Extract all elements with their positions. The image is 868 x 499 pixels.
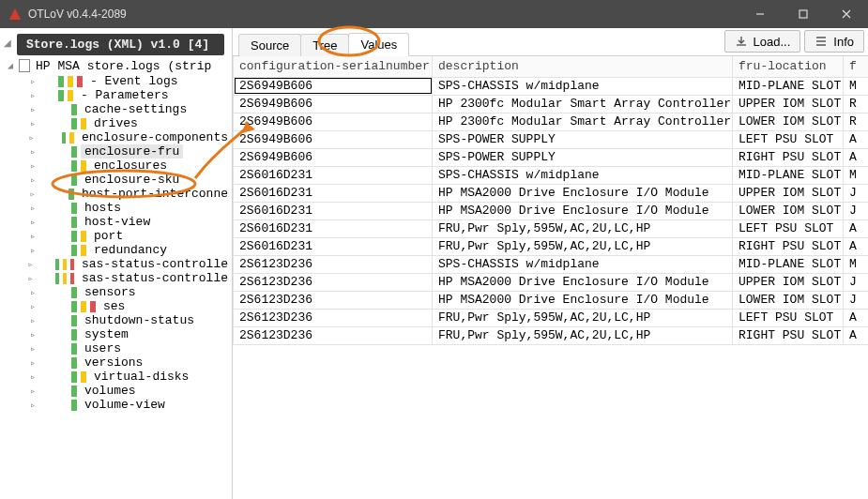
table-cell[interactable]: HP MSA2000 Drive Enclosure I/O Module <box>433 202 733 219</box>
tree-item[interactable]: ▹enclosure-fru <box>6 144 232 159</box>
table-row[interactable]: 2S6123D236SPS-CHASSIS w/midplaneMID-PLAN… <box>234 255 869 273</box>
table-cell[interactable]: R <box>844 113 869 130</box>
expand-icon[interactable]: ▹ <box>26 400 39 411</box>
table-cell[interactable]: A <box>844 309 869 326</box>
table-cell[interactable]: LOWER IOM SLOT <box>733 202 844 219</box>
expand-icon[interactable]: ▹ <box>26 245 39 256</box>
expand-icon[interactable]: ▹ <box>26 90 39 101</box>
table-wrap[interactable]: configuration-serialnumberdescriptionfru… <box>233 56 868 499</box>
table-row[interactable]: 2S6123D236HP MSA2000 Drive Enclosure I/O… <box>234 273 869 291</box>
tree-item[interactable]: ▹volumes <box>6 384 232 398</box>
close-button[interactable] <box>825 0 868 28</box>
tree-item[interactable]: ▹system <box>6 327 232 341</box>
expand-icon[interactable]: ▹ <box>26 76 39 87</box>
tree-item[interactable]: ▹sas-status-controlle <box>6 257 232 271</box>
table-cell[interactable]: 2S6016D231 <box>234 202 433 219</box>
tree-item[interactable]: ▹redundancy <box>6 243 232 257</box>
table-cell[interactable]: 2S6016D231 <box>234 219 433 237</box>
table-cell[interactable]: SPS-CHASSIS w/midplane <box>433 255 733 273</box>
tab-source[interactable]: Source <box>238 34 301 56</box>
table-cell[interactable]: RIGHT PSU SLOT <box>733 148 844 166</box>
table-cell[interactable]: RIGHT PSU SLOT <box>733 237 844 255</box>
tree-item[interactable]: ▹host-port-interconne <box>6 187 232 201</box>
table-cell[interactable]: 2S6123D236 <box>234 291 433 309</box>
table-cell[interactable]: MID-PLANE SLOT <box>733 255 844 273</box>
info-button[interactable]: Info <box>804 30 864 53</box>
table-cell[interactable]: HP 2300fc Modular Smart Array Controller <box>433 95 733 113</box>
tree-item[interactable]: ▹cache-settings <box>6 102 232 116</box>
table-cell[interactable]: SPS-POWER SUPPLY <box>433 130 733 148</box>
table-row[interactable]: 2S6949B606SPS-POWER SUPPLYRIGHT PSU SLOT… <box>234 148 869 166</box>
expand-icon[interactable]: ▹ <box>26 146 39 158</box>
table-cell[interactable]: 2S6949B606 <box>234 77 433 95</box>
expand-icon[interactable]: ▹ <box>26 357 39 369</box>
table-cell[interactable]: HP MSA2000 Drive Enclosure I/O Module <box>433 184 733 202</box>
tree-item[interactable]: ▹versions <box>6 355 232 370</box>
tree-item[interactable]: ▹host-view <box>6 215 232 229</box>
expand-icon[interactable]: ▹ <box>26 132 37 144</box>
table-cell[interactable]: 2S6123D236 <box>234 273 433 291</box>
table-cell[interactable]: UPPER IOM SLOT <box>733 184 844 202</box>
table-cell[interactable]: SPS-POWER SUPPLY <box>433 148 733 166</box>
table-cell[interactable]: HP MSA2000 Drive Enclosure I/O Module <box>433 291 733 309</box>
tree-item[interactable]: ▹ses <box>6 299 232 313</box>
expand-icon[interactable]: ▹ <box>26 386 39 397</box>
table-row[interactable]: 2S6123D236HP MSA2000 Drive Enclosure I/O… <box>234 291 869 309</box>
expand-icon[interactable]: ▹ <box>26 329 39 340</box>
table-row[interactable]: 2S6949B606HP 2300fc Modular Smart Array … <box>234 95 869 113</box>
table-cell[interactable]: 2S6016D231 <box>234 166 433 184</box>
table-cell[interactable]: 2S6123D236 <box>234 326 433 344</box>
expand-icon[interactable]: ▹ <box>26 301 39 312</box>
table-cell[interactable]: A <box>844 237 869 255</box>
tree-item[interactable]: ▹enclosure-components <box>6 130 232 144</box>
table-row[interactable]: 2S6016D231HP MSA2000 Drive Enclosure I/O… <box>234 184 869 202</box>
expand-icon[interactable]: ▹ <box>26 217 39 228</box>
table-cell[interactable]: FRU,Pwr Sply,595W,AC,2U,LC,HP <box>433 326 733 344</box>
table-cell[interactable]: LEFT PSU SLOT <box>733 219 844 237</box>
table-cell[interactable]: 2S6949B606 <box>234 113 433 130</box>
tree-item[interactable]: ▹sensors <box>6 285 232 299</box>
tree-item[interactable]: ▹sas-status-controlle <box>6 271 232 285</box>
table-row[interactable]: 2S6123D236FRU,Pwr Sply,595W,AC,2U,LC,HPR… <box>234 326 869 344</box>
tree-item[interactable]: ▹users <box>6 341 232 355</box>
table-cell[interactable]: J <box>844 273 869 291</box>
table-cell[interactable]: A <box>844 219 869 237</box>
tree-item[interactable]: ▹hosts <box>6 201 232 215</box>
expand-icon[interactable]: ▹ <box>26 203 39 214</box>
tab-values[interactable]: Values <box>348 33 409 56</box>
table-cell[interactable]: A <box>844 148 869 166</box>
table-cell[interactable]: R <box>844 95 869 113</box>
values-table[interactable]: configuration-serialnumberdescriptionfru… <box>233 56 868 345</box>
tree-item[interactable]: ▹- Parameters <box>6 88 232 102</box>
table-cell[interactable]: 2S6016D231 <box>234 184 433 202</box>
table-cell[interactable]: J <box>844 291 869 309</box>
table-cell[interactable]: HP MSA2000 Drive Enclosure I/O Module <box>433 273 733 291</box>
table-cell[interactable]: MID-PLANE SLOT <box>733 77 844 95</box>
table-row[interactable]: 2S6949B606SPS-POWER SUPPLYLEFT PSU SLOTA <box>234 130 869 148</box>
table-cell[interactable]: 2S6123D236 <box>234 255 433 273</box>
table-cell[interactable]: FRU,Pwr Sply,595W,AC,2U,LC,HP <box>433 237 733 255</box>
expand-icon[interactable]: ▹ <box>26 174 39 186</box>
tree-header[interactable]: Store.logs (XML) v1.0 [4] <box>17 34 224 55</box>
table-row[interactable]: 2S6016D231FRU,Pwr Sply,595W,AC,2U,LC,HPL… <box>234 219 869 237</box>
maximize-button[interactable] <box>782 0 825 28</box>
table-row[interactable]: 2S6949B606HP 2300fc Modular Smart Array … <box>234 113 869 130</box>
tree-item[interactable]: ▹volume-view <box>6 398 232 412</box>
column-header[interactable]: description <box>433 56 733 77</box>
table-cell[interactable]: FRU,Pwr Sply,595W,AC,2U,LC,HP <box>433 219 733 237</box>
table-cell[interactable]: M <box>844 255 869 273</box>
tree-item[interactable]: ▹drives <box>6 116 232 130</box>
table-cell[interactable]: RIGHT PSU SLOT <box>733 326 844 344</box>
expand-icon[interactable]: ▹ <box>26 273 35 284</box>
table-row[interactable]: 2S6016D231SPS-CHASSIS w/midplaneMID-PLAN… <box>234 166 869 184</box>
table-cell[interactable]: SPS-CHASSIS w/midplane <box>433 77 733 95</box>
tree-collapse-icon[interactable]: ◢ <box>4 38 11 48</box>
expand-icon[interactable]: ▹ <box>26 287 39 298</box>
table-cell[interactable]: A <box>844 130 869 148</box>
table-cell[interactable]: LEFT PSU SLOT <box>733 130 844 148</box>
expand-icon[interactable]: ▹ <box>26 189 38 200</box>
table-cell[interactable]: FRU,Pwr Sply,595W,AC,2U,LC,HP <box>433 309 733 326</box>
load-button[interactable]: Load... <box>724 30 801 53</box>
tree-item[interactable]: ▹enclosure-sku <box>6 173 232 187</box>
table-cell[interactable]: LOWER IOM SLOT <box>733 113 844 130</box>
